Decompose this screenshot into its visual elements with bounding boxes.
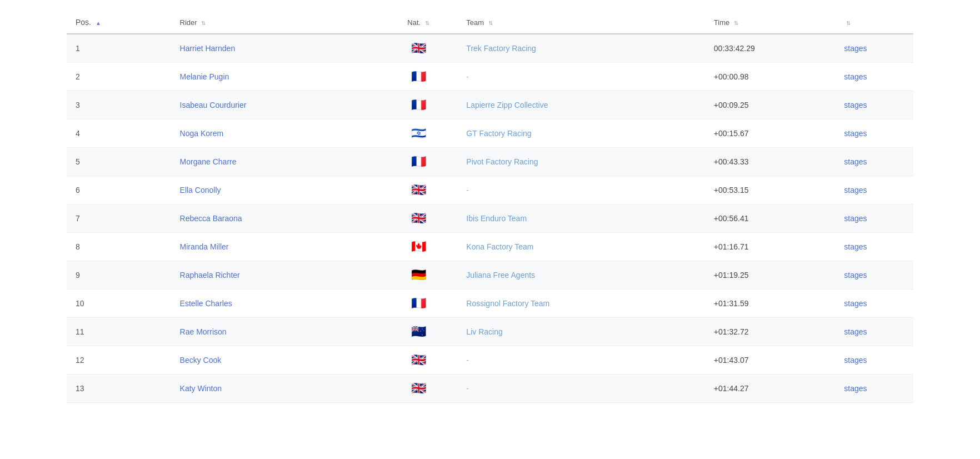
nat-label: Nat. [407, 18, 421, 27]
table-row: 2Melanie Pugin🇫🇷-+00:00.98stages [67, 63, 913, 91]
cell-rider[interactable]: Raphaela Richter [171, 261, 379, 290]
table-row: 3Isabeau Courdurier🇫🇷Lapierre Zipp Colle… [67, 91, 913, 119]
table-row: 12Becky Cook🇬🇧-+01:43.07stages [67, 346, 913, 375]
cell-pos: 1 [67, 34, 171, 63]
cell-nat: 🇫🇷 [379, 290, 458, 318]
cell-pos: 4 [67, 119, 171, 148]
cell-time: +01:32.72 [705, 318, 835, 346]
cell-stages[interactable]: stages [835, 34, 913, 63]
cell-time: +01:31.59 [705, 290, 835, 318]
cell-rider[interactable]: Ella Conolly [171, 176, 379, 204]
cell-stages[interactable]: stages [835, 261, 913, 290]
cell-stages[interactable]: stages [835, 176, 913, 204]
cell-nat: 🇬🇧 [379, 176, 458, 204]
cell-stages[interactable]: stages [835, 148, 913, 176]
cell-pos: 8 [67, 233, 171, 261]
cell-rider[interactable]: Morgane Charre [171, 148, 379, 176]
cell-stages[interactable]: stages [835, 346, 913, 375]
cell-stages[interactable]: stages [835, 119, 913, 148]
cell-pos: 10 [67, 290, 171, 318]
flag-icon: 🇫🇷 [411, 154, 426, 168]
column-header-extra[interactable]: ⇅ [835, 11, 913, 34]
cell-time: +00:15.67 [705, 119, 835, 148]
cell-team: - [457, 346, 704, 375]
flag-icon: 🇩🇪 [411, 268, 426, 282]
flag-icon: 🇬🇧 [411, 183, 426, 197]
cell-time: +00:56.41 [705, 204, 835, 233]
table-row: 13Katy Winton🇬🇧-+01:44.27stages [67, 375, 913, 403]
cell-team: - [457, 176, 704, 204]
cell-pos: 11 [67, 318, 171, 346]
table-header-row: Pos. ▲ Rider ⇅ Nat. ⇅ Team ⇅ Time ⇅ [67, 11, 913, 34]
sort-icon-team: ⇅ [488, 20, 493, 26]
cell-pos: 12 [67, 346, 171, 375]
cell-rider[interactable]: Rebecca Baraona [171, 204, 379, 233]
cell-rider[interactable]: Melanie Pugin [171, 63, 379, 91]
cell-pos: 13 [67, 375, 171, 403]
cell-stages[interactable]: stages [835, 204, 913, 233]
flag-icon: 🇬🇧 [411, 381, 426, 395]
cell-stages[interactable]: stages [835, 375, 913, 403]
cell-team: Rossignol Factory Team [457, 290, 704, 318]
cell-nat: 🇬🇧 [379, 375, 458, 403]
cell-team: - [457, 63, 704, 91]
cell-stages[interactable]: stages [835, 318, 913, 346]
cell-pos: 6 [67, 176, 171, 204]
column-header-pos[interactable]: Pos. ▲ [67, 11, 171, 34]
pos-label: Pos. [76, 18, 91, 27]
cell-stages[interactable]: stages [835, 91, 913, 119]
table-row: 5Morgane Charre🇫🇷Pivot Factory Racing+00… [67, 148, 913, 176]
cell-team: Ibis Enduro Team [457, 204, 704, 233]
results-table: Pos. ▲ Rider ⇅ Nat. ⇅ Team ⇅ Time ⇅ [67, 11, 913, 403]
cell-nat: 🇫🇷 [379, 63, 458, 91]
cell-team: Liv Racing [457, 318, 704, 346]
cell-time: +01:16.71 [705, 233, 835, 261]
flag-icon: 🇫🇷 [411, 296, 426, 310]
cell-rider[interactable]: Katy Winton [171, 375, 379, 403]
table-row: 1Harriet Harnden🇬🇧Trek Factory Racing00:… [67, 34, 913, 63]
results-table-container: Pos. ▲ Rider ⇅ Nat. ⇅ Team ⇅ Time ⇅ [0, 0, 980, 414]
table-row: 4Noga Korem🇮🇱GT Factory Racing+00:15.67s… [67, 119, 913, 148]
flag-icon: 🇫🇷 [411, 98, 426, 112]
cell-team: - [457, 375, 704, 403]
flag-icon: 🇫🇷 [411, 69, 426, 83]
team-label: Team [466, 18, 484, 27]
rider-label: Rider [180, 18, 197, 27]
cell-rider[interactable]: Noga Korem [171, 119, 379, 148]
flag-icon: 🇮🇱 [411, 126, 426, 140]
cell-time: +00:43.33 [705, 148, 835, 176]
cell-pos: 2 [67, 63, 171, 91]
table-row: 6Ella Conolly🇬🇧-+00:53.15stages [67, 176, 913, 204]
cell-time: +01:44.27 [705, 375, 835, 403]
cell-pos: 9 [67, 261, 171, 290]
cell-stages[interactable]: stages [835, 233, 913, 261]
cell-rider[interactable]: Isabeau Courdurier [171, 91, 379, 119]
cell-nat: 🇳🇿 [379, 318, 458, 346]
cell-team: Juliana Free Agents [457, 261, 704, 290]
sort-icon-rider: ⇅ [201, 20, 206, 26]
cell-nat: 🇫🇷 [379, 148, 458, 176]
cell-rider[interactable]: Miranda Miller [171, 233, 379, 261]
cell-nat: 🇬🇧 [379, 346, 458, 375]
cell-stages[interactable]: stages [835, 290, 913, 318]
cell-pos: 5 [67, 148, 171, 176]
cell-team: Trek Factory Racing [457, 34, 704, 63]
cell-rider[interactable]: Estelle Charles [171, 290, 379, 318]
column-header-team[interactable]: Team ⇅ [457, 11, 704, 34]
cell-rider[interactable]: Harriet Harnden [171, 34, 379, 63]
cell-team: Kona Factory Team [457, 233, 704, 261]
column-header-nat[interactable]: Nat. ⇅ [379, 11, 458, 34]
cell-nat: 🇩🇪 [379, 261, 458, 290]
sort-icon-pos: ▲ [96, 20, 101, 26]
cell-rider[interactable]: Rae Morrison [171, 318, 379, 346]
cell-time: +01:43.07 [705, 346, 835, 375]
cell-team: Pivot Factory Racing [457, 148, 704, 176]
column-header-time[interactable]: Time ⇅ [705, 11, 835, 34]
sort-icon-time: ⇅ [734, 20, 738, 26]
cell-rider[interactable]: Becky Cook [171, 346, 379, 375]
flag-icon: 🇨🇦 [411, 240, 426, 253]
flag-icon: 🇳🇿 [411, 325, 426, 338]
cell-stages[interactable]: stages [835, 63, 913, 91]
column-header-rider[interactable]: Rider ⇅ [171, 11, 379, 34]
cell-team: GT Factory Racing [457, 119, 704, 148]
